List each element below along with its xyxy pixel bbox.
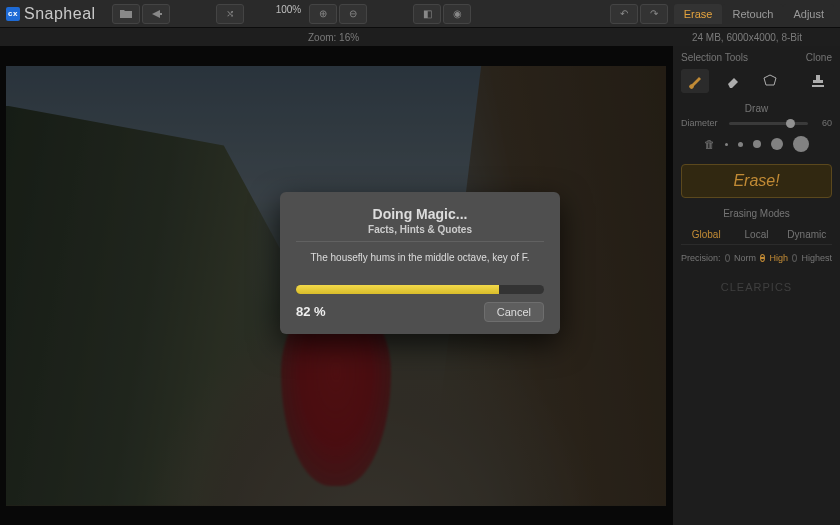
modal-divider bbox=[296, 241, 544, 242]
modal-subtitle: Facts, Hints & Quotes bbox=[296, 224, 544, 235]
progress-bar bbox=[296, 285, 544, 294]
modal-fact: The housefly hums in the middle octave, … bbox=[296, 252, 544, 263]
cancel-button[interactable]: Cancel bbox=[484, 302, 544, 322]
modal-title: Doing Magic... bbox=[296, 206, 544, 222]
progress-percent: 82 % bbox=[296, 304, 326, 319]
modal-footer: 82 % Cancel bbox=[296, 302, 544, 322]
modal-shade: Doing Magic... Facts, Hints & Quotes The… bbox=[0, 0, 840, 525]
progress-fill bbox=[296, 285, 499, 294]
progress-modal: Doing Magic... Facts, Hints & Quotes The… bbox=[280, 192, 560, 334]
